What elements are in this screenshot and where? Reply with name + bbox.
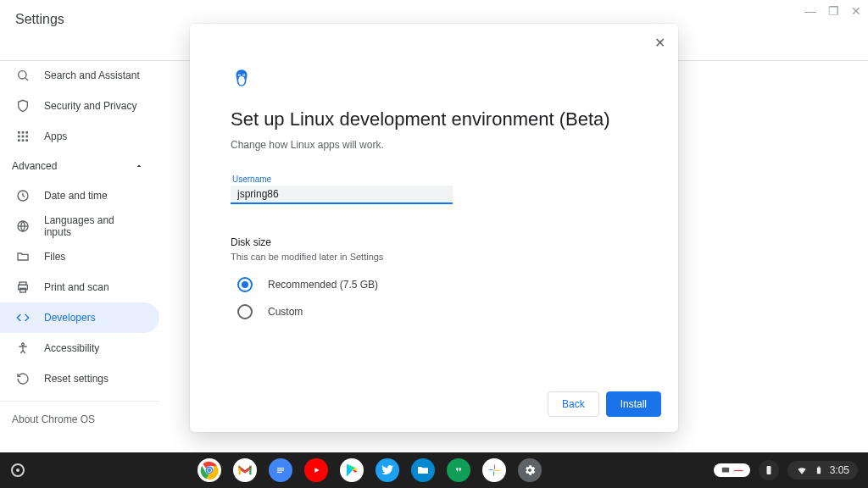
svg-point-27 <box>208 469 211 472</box>
sidebar-item-label: Files <box>44 251 65 263</box>
svg-point-17 <box>22 343 25 346</box>
radio-label: Recommended (7.5 GB) <box>268 279 378 291</box>
sidebar-item-label: Languages and inputs <box>44 214 144 238</box>
sidebar-item-label: Security and Privacy <box>44 100 136 112</box>
input-method-indicator[interactable]: — <box>714 463 750 477</box>
install-button[interactable]: Install <box>606 391 661 417</box>
hangouts-icon[interactable] <box>447 458 470 482</box>
clock-text: 3:05 <box>830 464 849 476</box>
photos-icon[interactable] <box>482 458 506 482</box>
dialog-title: Set up Linux development environment (Be… <box>231 108 637 130</box>
sidebar-item-search-assistant[interactable]: Search and Assistant <box>0 60 159 91</box>
radio-button-icon <box>237 304 253 319</box>
window-minimize-icon[interactable]: — <box>804 5 816 17</box>
sidebar-item-label: Print and scan <box>44 281 109 293</box>
svg-point-20 <box>239 75 240 75</box>
search-icon <box>15 68 31 83</box>
svg-rect-3 <box>22 131 25 134</box>
svg-rect-2 <box>18 131 20 134</box>
svg-rect-4 <box>25 131 28 134</box>
sidebar-item-date-time[interactable]: Date and time <box>0 180 159 211</box>
svg-rect-30 <box>277 469 284 470</box>
phone-hub-icon[interactable] <box>759 460 779 480</box>
svg-line-1 <box>25 78 28 80</box>
svg-rect-6 <box>22 136 25 138</box>
svg-rect-33 <box>766 466 771 474</box>
sidebar-item-apps[interactable]: Apps <box>0 121 159 152</box>
svg-point-21 <box>243 75 244 75</box>
chevron-up-icon <box>134 161 144 171</box>
shelf: — 3:05 <box>0 452 868 488</box>
svg-rect-35 <box>818 466 820 467</box>
play-store-icon[interactable] <box>340 458 364 482</box>
twitter-icon[interactable] <box>376 458 399 482</box>
svg-rect-8 <box>18 139 20 141</box>
status-tray[interactable]: 3:05 <box>787 461 858 480</box>
sidebar-item-label: Developers <box>44 312 96 324</box>
docs-icon[interactable] <box>269 458 292 482</box>
sidebar-about[interactable]: About Chrome OS <box>0 402 159 437</box>
window-maximize-icon[interactable]: ❐ <box>828 5 839 17</box>
linux-setup-dialog: ✕ Set up Linux development environment (… <box>190 24 678 432</box>
disk-size-subtitle: This can be modified later in Settings <box>231 252 637 262</box>
reset-icon <box>15 371 31 386</box>
username-input[interactable] <box>231 186 453 204</box>
back-button[interactable]: Back <box>548 391 599 417</box>
sidebar-item-label: Apps <box>44 130 67 142</box>
sidebar-item-developers[interactable]: Developers <box>0 302 159 333</box>
clock-icon <box>15 188 31 203</box>
radio-button-icon <box>237 277 253 292</box>
sidebar-item-languages[interactable]: Languages and inputs <box>0 211 159 241</box>
wifi-icon <box>796 464 808 476</box>
svg-rect-29 <box>277 468 284 469</box>
svg-rect-10 <box>25 139 28 141</box>
username-label: Username <box>231 175 637 184</box>
settings-app-icon[interactable] <box>518 458 542 482</box>
code-icon <box>15 310 31 325</box>
dialog-close-button[interactable]: ✕ <box>649 32 670 53</box>
chrome-icon[interactable] <box>198 458 221 482</box>
svg-point-22 <box>238 76 245 86</box>
sidebar-section-advanced[interactable]: Advanced <box>0 152 159 180</box>
window-close-icon[interactable]: ✕ <box>851 5 861 17</box>
sidebar-section-label: Advanced <box>12 160 57 172</box>
linux-penguin-icon <box>231 68 637 90</box>
status-area[interactable]: — 3:05 <box>704 460 868 480</box>
sidebar: Search and Assistant Security and Privac… <box>0 60 159 449</box>
svg-rect-34 <box>817 468 821 474</box>
svg-rect-9 <box>22 139 25 141</box>
files-app-icon[interactable] <box>411 458 435 482</box>
svg-point-0 <box>19 71 26 79</box>
printer-icon <box>15 280 31 295</box>
shield-icon <box>15 98 31 114</box>
sidebar-item-label: Search and Assistant <box>44 69 140 81</box>
svg-rect-7 <box>25 136 28 138</box>
disk-size-title: Disk size <box>231 236 637 248</box>
dialog-subtitle: Change how Linux apps will work. <box>231 139 637 151</box>
youtube-icon[interactable] <box>304 458 328 482</box>
sidebar-item-label: Date and time <box>44 190 108 202</box>
radio-label: Custom <box>268 306 303 318</box>
sidebar-item-label: Reset settings <box>44 373 108 385</box>
svg-rect-32 <box>721 468 728 473</box>
accessibility-icon <box>15 341 31 356</box>
svg-rect-5 <box>18 136 20 138</box>
launcher-button[interactable] <box>0 463 36 477</box>
battery-icon <box>815 464 823 476</box>
sidebar-item-security-privacy[interactable]: Security and Privacy <box>0 91 159 121</box>
radio-recommended[interactable]: Recommended (7.5 GB) <box>231 277 637 292</box>
radio-custom[interactable]: Custom <box>231 304 637 319</box>
shelf-apps <box>36 458 704 482</box>
sidebar-item-label: Accessibility <box>44 342 99 354</box>
sidebar-item-files[interactable]: Files <box>0 241 159 272</box>
apps-grid-icon <box>15 129 31 144</box>
sidebar-item-accessibility[interactable]: Accessibility <box>0 333 159 363</box>
sidebar-item-reset[interactable]: Reset settings <box>0 363 159 394</box>
sidebar-item-print-scan[interactable]: Print and scan <box>0 272 159 302</box>
folder-icon <box>15 249 31 264</box>
gmail-icon[interactable] <box>233 458 257 482</box>
svg-rect-31 <box>277 472 282 473</box>
globe-icon <box>15 219 31 234</box>
